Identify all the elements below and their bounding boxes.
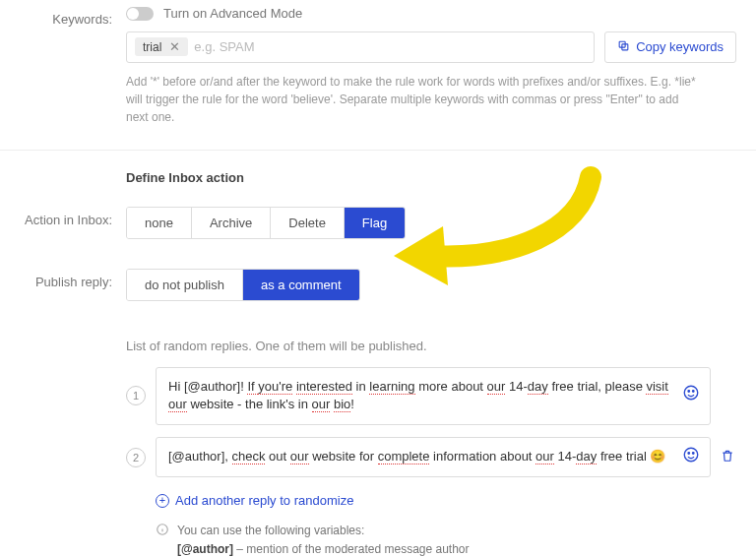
plus-icon: + [156,494,169,508]
advanced-mode-toggle[interactable]: Turn on Advanced Mode [126,6,302,21]
publish-no-button[interactable]: do not publish [127,270,243,300]
replies-description: List of random replies. One of them will… [126,339,736,353]
keywords-label: Keywords: [20,6,126,27]
action-flag-button[interactable]: Flag [345,208,405,238]
svg-point-2 [684,387,698,401]
reply-number: 2 [126,448,146,467]
info-icon [156,523,169,542]
svg-point-5 [684,448,698,462]
variables-info: You can use the following variables: [@a… [156,522,736,557]
add-reply-button[interactable]: + Add another reply to randomize [156,493,353,508]
emoji-picker-icon[interactable] [682,383,700,408]
define-inbox-action-title: Define Inbox action [126,170,736,185]
reply-row: 1 Hi [@author]! If you're interested in … [126,367,736,426]
toggle-label: Turn on Advanced Mode [163,6,302,21]
delete-reply-icon[interactable] [721,449,736,465]
copy-keywords-button[interactable]: Copy keywords [604,31,736,63]
action-button-group: none Archive Delete Flag [126,207,406,239]
reply-input-1[interactable]: Hi [@author]! If you're interested in le… [156,367,711,426]
copy-icon [617,39,630,55]
svg-point-4 [693,391,695,393]
action-none-button[interactable]: none [127,208,192,238]
divider [0,150,756,151]
keywords-placeholder: e.g. SPAM [194,39,254,54]
remove-chip-icon[interactable]: ✕ [165,39,184,54]
reply-number: 1 [126,386,146,405]
keywords-help-text: Add '*' before or/and after the keyword … [126,73,736,126]
svg-point-3 [688,391,690,393]
keyword-chip: trial ✕ [135,37,188,56]
svg-point-7 [693,452,695,454]
reply-input-2[interactable]: [@author], check out our website for com… [156,437,711,477]
publish-label: Publish reply: [20,269,126,289]
publish-button-group: do not publish as a comment [126,269,360,301]
publish-comment-button[interactable]: as a comment [243,270,359,300]
svg-point-6 [688,452,690,454]
emoji-picker-icon[interactable] [682,445,700,470]
action-delete-button[interactable]: Delete [271,208,345,238]
reply-row: 2 [@author], check out our website for c… [126,437,736,477]
toggle-icon [126,7,154,21]
action-label: Action in Inbox: [20,207,126,227]
keywords-input[interactable]: trial ✕ e.g. SPAM [126,31,595,63]
action-archive-button[interactable]: Archive [192,208,271,238]
